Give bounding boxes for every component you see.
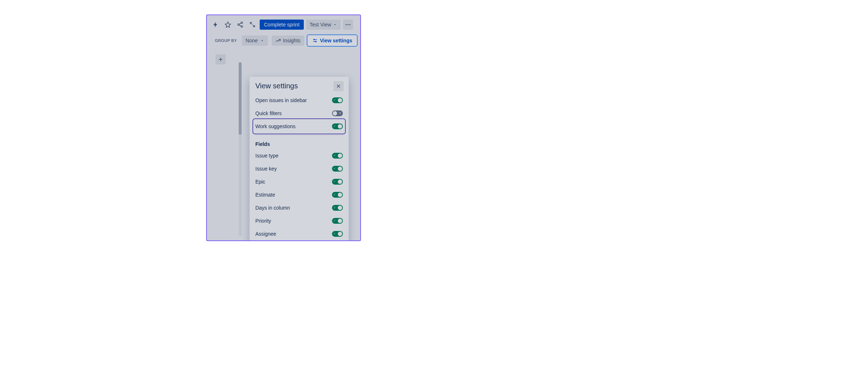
toggle[interactable]: ✓ [332, 97, 343, 103]
chevron-down-icon [333, 22, 337, 27]
toggle[interactable]: ✓ [332, 205, 343, 211]
setting-label: Quick filters [255, 110, 282, 116]
group-by-label: GROUP BY [215, 38, 237, 43]
setting-row: Open issues in sidebar✓ [255, 94, 343, 107]
svg-point-9 [315, 41, 316, 42]
insights-icon [275, 38, 281, 43]
insights-label: Insights [283, 38, 301, 43]
toggle[interactable]: ✓ [332, 123, 343, 129]
svg-point-1 [238, 24, 239, 26]
svg-point-8 [314, 39, 315, 40]
field-row: Issue type✓ [255, 149, 343, 162]
svg-point-5 [349, 24, 350, 25]
field-row: Days in column✓ [255, 201, 343, 214]
app-window: Complete sprint Test View GROUP BY None … [206, 14, 361, 241]
toggle[interactable]: ✕ [332, 110, 343, 116]
complete-sprint-button[interactable]: Complete sprint [260, 20, 304, 30]
svg-point-3 [345, 24, 346, 25]
svg-point-0 [241, 22, 243, 24]
star-icon[interactable] [223, 20, 233, 30]
automation-icon[interactable] [210, 20, 221, 30]
view-dropdown-button[interactable]: Test View [306, 20, 341, 30]
more-actions-button[interactable] [343, 20, 353, 30]
field-row: Priority✓ [255, 214, 343, 227]
svg-point-4 [347, 24, 348, 25]
view-settings-panel: View settings Open issues in sidebar✓Qui… [250, 77, 349, 241]
toggle[interactable]: ✓ [332, 192, 343, 198]
close-icon [336, 83, 341, 89]
insights-button[interactable]: Insights [272, 35, 304, 46]
field-label: Assignee [255, 231, 276, 237]
field-label: Epic [255, 179, 265, 185]
field-label: Issue key [255, 166, 277, 172]
sliders-icon [312, 38, 318, 43]
share-icon[interactable] [235, 20, 245, 30]
add-column-button[interactable] [216, 54, 226, 64]
field-row: Estimate✓ [255, 188, 343, 201]
toggle[interactable]: ✓ [332, 231, 343, 237]
field-label: Estimate [255, 192, 275, 198]
field-row: Assignee✓ [255, 227, 343, 240]
toggle[interactable]: ✓ [332, 153, 343, 159]
plus-icon [218, 56, 224, 62]
group-by-dropdown[interactable]: None [242, 35, 268, 46]
view-settings-button[interactable]: View settings [308, 35, 357, 46]
view-dropdown-label: Test View [310, 22, 331, 28]
toolbar: Complete sprint Test View [207, 15, 360, 33]
field-row: Epic✓ [255, 175, 343, 188]
field-label: Issue type [255, 153, 278, 159]
field-row: Issue key✓ [255, 162, 343, 175]
setting-label: Open issues in sidebar [255, 97, 307, 103]
panel-title: View settings [255, 82, 343, 90]
fields-heading: Fields [255, 138, 343, 149]
setting-row: Quick filters✕ [255, 107, 343, 120]
toggle[interactable]: ✓ [332, 218, 343, 224]
subbar: GROUP BY None Insights View settings [207, 33, 360, 51]
toggle[interactable]: ✓ [332, 179, 343, 185]
field-label: Days in column [255, 205, 290, 211]
close-panel-button[interactable] [333, 81, 344, 91]
svg-point-2 [241, 26, 243, 28]
fullscreen-icon[interactable] [247, 20, 258, 30]
setting-label: Work suggestions [255, 123, 295, 129]
chevron-down-icon [260, 38, 264, 43]
group-by-value: None [246, 38, 258, 43]
view-settings-label: View settings [320, 38, 352, 43]
field-label: Priority [255, 218, 271, 224]
separator [255, 135, 343, 135]
setting-row: Work suggestions✓ [254, 120, 344, 133]
toggle[interactable]: ✓ [332, 166, 343, 172]
more-horizontal-icon [345, 21, 351, 28]
